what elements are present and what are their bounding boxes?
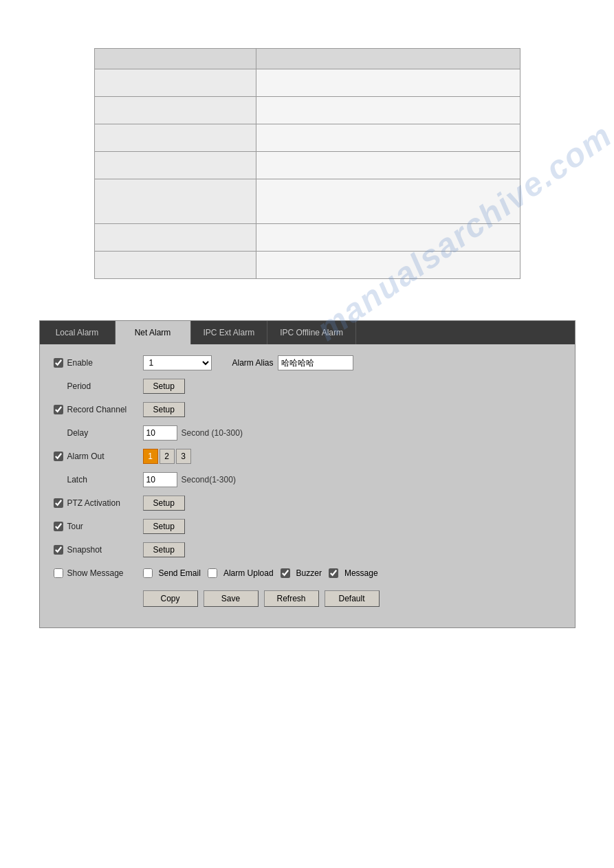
period-row: Period Setup [54, 377, 561, 395]
show-message-row: Show Message Send Email Alarm Upload Buz… [54, 564, 561, 582]
top-table-section [94, 48, 520, 279]
record-channel-row: Record Channel Setup [54, 401, 561, 419]
table-cell-left [94, 252, 256, 279]
period-setup-button[interactable]: Setup [143, 379, 185, 394]
ptz-setup-button[interactable]: Setup [143, 496, 185, 511]
ptz-row: PTZ Activation Setup [54, 494, 561, 512]
table-cell-left [94, 97, 256, 124]
table-cell-left [94, 124, 256, 152]
message-label[interactable]: Message [329, 568, 378, 578]
alarm-out-checkbox-label[interactable]: Alarm Out [54, 452, 143, 461]
snapshot-setup-button[interactable]: Setup [143, 542, 185, 557]
tab-ipc-offline-alarm[interactable]: IPC Offline Alarm [267, 321, 356, 344]
table-cell-left [94, 152, 256, 179]
delay-input[interactable] [143, 425, 177, 441]
message-checkbox[interactable] [329, 568, 338, 578]
delay-unit: Second (10-300) [182, 428, 243, 438]
buzzer-label[interactable]: Buzzer [281, 568, 322, 578]
send-email-checkbox[interactable] [143, 568, 153, 578]
table-row [94, 49, 520, 69]
default-button[interactable]: Default [325, 590, 380, 607]
table-cell-right [256, 69, 520, 97]
send-email-label[interactable]: Send Email [143, 568, 201, 578]
ptz-checkbox-label[interactable]: PTZ Activation [54, 498, 143, 508]
snapshot-row: Snapshot Setup [54, 541, 561, 559]
latch-label: Latch [54, 475, 143, 485]
alarm-out-row: Alarm Out 1 2 3 [54, 447, 561, 465]
tab-local-alarm[interactable]: Local Alarm [40, 321, 116, 344]
latch-unit: Second(1-300) [182, 475, 236, 485]
latch-input[interactable] [143, 472, 177, 487]
alarm-alias-label: Alarm Alias [232, 358, 274, 368]
alarm-out-button-1[interactable]: 1 [143, 449, 158, 464]
show-message-checkbox[interactable] [54, 568, 63, 578]
show-message-checkbox-label[interactable]: Show Message [54, 568, 143, 578]
enable-checkbox-label[interactable]: Enable [54, 358, 143, 368]
ptz-checkbox[interactable] [54, 498, 63, 508]
tour-setup-button[interactable]: Setup [143, 519, 185, 534]
alarm-out-button-3[interactable]: 3 [176, 449, 191, 464]
record-channel-checkbox[interactable] [54, 405, 63, 414]
table-row [94, 179, 520, 224]
latch-row: Latch Second(1-300) [54, 471, 561, 489]
tab-bar: Local Alarm Net Alarm IPC Ext Alarm IPC … [40, 321, 575, 344]
channel-dropdown[interactable]: 1 2 3 4 [143, 355, 212, 370]
tab-ipc-ext-alarm[interactable]: IPC Ext Alarm [191, 321, 268, 344]
delay-row: Delay Second (10-300) [54, 424, 561, 442]
table-row [94, 124, 520, 152]
save-button[interactable]: Save [204, 590, 259, 607]
alarm-out-checkbox[interactable] [54, 452, 63, 461]
alarm-alias-input[interactable] [278, 355, 353, 370]
table-cell-right [256, 179, 520, 224]
copy-button[interactable]: Copy [143, 590, 198, 607]
table-cell-header-right [256, 49, 520, 69]
table-row [94, 152, 520, 179]
action-buttons: Copy Save Refresh Default [143, 590, 561, 607]
alarm-upload-label[interactable]: Alarm Upload [208, 568, 274, 578]
table-cell-right [256, 224, 520, 252]
table-row [94, 69, 520, 97]
table-cell-left [94, 179, 256, 224]
period-label: Period [54, 381, 143, 391]
tour-checkbox-label[interactable]: Tour [54, 522, 143, 531]
table-row [94, 252, 520, 279]
enable-row: Enable 1 2 3 4 Alarm Alias [54, 354, 561, 372]
extra-options-group: Send Email Alarm Upload Buzzer Message [143, 568, 378, 578]
tab-net-alarm[interactable]: Net Alarm [116, 321, 191, 344]
table-cell-right [256, 152, 520, 179]
buzzer-checkbox[interactable] [281, 568, 290, 578]
snapshot-checkbox-label[interactable]: Snapshot [54, 545, 143, 555]
table-cell-right [256, 124, 520, 152]
record-channel-checkbox-label[interactable]: Record Channel [54, 405, 143, 414]
tour-row: Tour Setup [54, 518, 561, 535]
table-cell-header-left [94, 49, 256, 69]
table-row [94, 224, 520, 252]
refresh-button[interactable]: Refresh [264, 590, 319, 607]
record-channel-setup-button[interactable]: Setup [143, 402, 185, 417]
table-cell-left [94, 69, 256, 97]
alarm-panel: Local Alarm Net Alarm IPC Ext Alarm IPC … [39, 320, 575, 628]
tour-checkbox[interactable] [54, 522, 63, 531]
table-cell-right [256, 252, 520, 279]
table-row [94, 97, 520, 124]
alarm-upload-checkbox[interactable] [208, 568, 217, 578]
enable-checkbox[interactable] [54, 358, 63, 368]
snapshot-checkbox[interactable] [54, 545, 63, 555]
top-table [94, 48, 520, 279]
table-cell-right [256, 97, 520, 124]
panel-body: Enable 1 2 3 4 Alarm Alias Period Setup … [40, 344, 575, 614]
delay-label: Delay [54, 428, 143, 438]
alarm-out-button-2[interactable]: 2 [160, 449, 175, 464]
table-cell-left [94, 224, 256, 252]
